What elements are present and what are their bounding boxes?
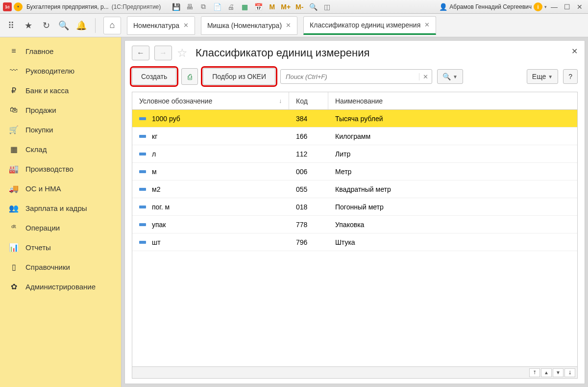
compare-icon[interactable]: ⧉	[199, 2, 208, 11]
document-icon[interactable]: 📄	[213, 2, 221, 11]
scroll-top-icon[interactable]: ⤒	[529, 368, 540, 377]
search-field[interactable]: ✕	[280, 69, 432, 84]
sidebar-item-icon: 👥	[9, 204, 19, 213]
search-dropdown-button[interactable]: 🔍 ▼	[437, 69, 463, 84]
close-button[interactable]: ✕	[574, 2, 585, 11]
column-label: Код	[296, 97, 308, 105]
table-row[interactable]: л 112 Литр	[132, 145, 577, 163]
memory-m-icon[interactable]: M	[268, 2, 276, 11]
sidebar-item[interactable]: 〰Руководителю	[0, 61, 121, 80]
tab-label: Мишка (Номенклатура)	[207, 22, 282, 29]
cell-code: 112	[289, 150, 328, 158]
help-button[interactable]: ?	[563, 69, 578, 84]
calendar-icon[interactable]: 📅	[254, 2, 263, 11]
table-row[interactable]: 1000 руб 384 Тысяча рублей	[132, 110, 577, 128]
notifications-icon[interactable]: 🔔	[75, 20, 87, 31]
create-button[interactable]: Создать	[132, 68, 176, 85]
column-code[interactable]: Код	[289, 92, 328, 109]
print2-icon[interactable]: 🖨	[226, 2, 235, 11]
forward-button[interactable]: →	[154, 46, 172, 60]
memory-mplus-icon[interactable]: M+	[281, 2, 290, 11]
save-icon[interactable]: 💾	[172, 2, 180, 11]
tab-close-icon[interactable]: ✕	[424, 21, 430, 28]
print-icon[interactable]: 🖶	[185, 2, 194, 11]
home-button[interactable]: ⌂	[103, 17, 121, 34]
sidebar-item[interactable]: ₽Банк и касса	[0, 80, 121, 100]
column-name[interactable]: Наименование	[328, 92, 577, 109]
scroll-up-icon[interactable]: ▲	[541, 368, 552, 377]
sidebar-item[interactable]: 📊Отчеты	[0, 237, 121, 257]
sidebar-item-icon: 🛍	[9, 105, 19, 114]
sidebar-item[interactable]: ✿Администрирование	[0, 277, 121, 296]
cell-symbol: л	[152, 150, 156, 158]
tab-close-icon[interactable]: ✕	[183, 22, 189, 29]
apps-icon[interactable]: ⠿	[5, 20, 17, 31]
scroll-bottom-icon[interactable]: ⤓	[564, 368, 575, 377]
sidebar-item[interactable]: 🏭Производство	[0, 159, 121, 179]
sidebar-item[interactable]: 🛍Продажи	[0, 100, 121, 120]
clear-search-icon[interactable]: ✕	[419, 73, 432, 80]
sidebar-item[interactable]: ≡Главное	[0, 41, 121, 61]
sidebar-item[interactable]: 🚚ОС и НМА	[0, 179, 121, 198]
sidebar-item-icon: ▯	[9, 262, 19, 272]
more-button[interactable]: Еще ▼	[527, 69, 558, 84]
app-logo-icon: 1c	[3, 2, 12, 11]
panels-icon[interactable]: ◫	[322, 2, 331, 11]
sidebar-item-label: Производство	[25, 165, 74, 173]
main-area: ≡Главное〰Руководителю₽Банк и касса🛍Прода…	[0, 37, 588, 387]
search-icon[interactable]: 🔍	[58, 20, 70, 31]
sidebar-item-label: Банк и касса	[25, 86, 69, 95]
sidebar-item[interactable]: ᵈᵗОперации	[0, 218, 121, 237]
row-icon	[139, 153, 146, 155]
zoom-icon[interactable]: 🔍	[309, 2, 318, 11]
sidebar-item-label: Главное	[25, 47, 53, 55]
action-bar: Создать ⎙ Подбор из ОКЕИ ✕ 🔍 ▼ Еще ▼ ?	[125, 65, 585, 92]
table-row[interactable]: м 006 Метр	[132, 163, 577, 181]
cell-name: Метр	[328, 168, 577, 176]
sidebar-item-icon: ᵈᵗ	[9, 223, 19, 232]
row-icon	[139, 170, 146, 173]
cell-symbol: м2	[152, 185, 160, 193]
sidebar-item[interactable]: ▯Справочники	[0, 257, 121, 277]
tab-mishka[interactable]: Мишка (Номенклатура) ✕	[201, 16, 297, 35]
app-menu-dropdown[interactable]: ▾	[14, 2, 23, 11]
sidebar-item[interactable]: 🛒Покупки	[0, 120, 121, 139]
calculator-icon[interactable]: ▦	[240, 2, 249, 11]
history-icon[interactable]: ↻	[40, 20, 52, 31]
tab-classifier[interactable]: Классификатор единиц измерения ✕	[303, 16, 436, 35]
maximize-button[interactable]: ☐	[562, 2, 572, 11]
sidebar-item[interactable]: 👥Зарплата и кадры	[0, 198, 121, 218]
content-panel: ✕ ← → ☆ Классификатор единиц измерения С…	[124, 40, 585, 384]
sidebar-item[interactable]: ▦Склад	[0, 139, 121, 159]
pick-from-okei-button[interactable]: Подбор из ОКЕИ	[203, 68, 275, 85]
sidebar-item-icon: ≡	[9, 47, 19, 55]
user-name[interactable]: Абрамов Геннадий Сергеевич	[449, 3, 532, 10]
minimize-button[interactable]: —	[549, 2, 560, 11]
scroll-down-icon[interactable]: ▼	[553, 368, 564, 377]
memory-mminus-icon[interactable]: M-	[295, 2, 304, 11]
cell-symbol: шт	[152, 238, 161, 246]
close-page-icon[interactable]: ✕	[571, 47, 578, 56]
favorite-star-icon[interactable]: ☆	[177, 46, 188, 60]
tab-nomenclature[interactable]: Номенклатура ✕	[127, 16, 195, 35]
table-row[interactable]: кг 166 Килограмм	[132, 128, 577, 145]
cell-name: Упаковка	[328, 221, 577, 229]
sidebar-item-icon: ✿	[9, 282, 19, 291]
cell-name: Килограмм	[328, 132, 577, 140]
copy-button[interactable]: ⎙	[181, 68, 198, 85]
info-icon[interactable]: i	[534, 2, 542, 11]
tab-close-icon[interactable]: ✕	[286, 22, 291, 29]
cell-code: 796	[289, 238, 328, 246]
table-row[interactable]: шт 796 Штука	[132, 233, 577, 251]
table-row[interactable]: м2 055 Квадратный метр	[132, 181, 577, 198]
column-symbol[interactable]: Условное обозначение ↓	[132, 92, 289, 109]
sidebar-item-label: Склад	[25, 145, 47, 154]
row-icon	[139, 188, 146, 191]
back-button[interactable]: ←	[132, 46, 149, 60]
table-row[interactable]: пог. м 018 Погонный метр	[132, 198, 577, 216]
cell-name: Тысяча рублей	[328, 115, 577, 123]
favorites-icon[interactable]: ★	[23, 20, 34, 31]
app-title: Бухгалтерия предприятия, р...	[26, 3, 109, 10]
search-input[interactable]	[281, 73, 419, 80]
table-row[interactable]: упак 778 Упаковка	[132, 216, 577, 233]
